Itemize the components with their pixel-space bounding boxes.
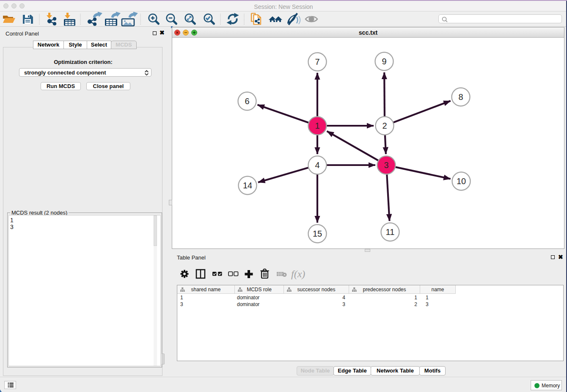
svg-text:10: 10 xyxy=(457,177,466,186)
svg-text:f(x): f(x) xyxy=(291,268,305,279)
svg-text:4: 4 xyxy=(315,160,319,170)
svg-text:15: 15 xyxy=(313,229,322,238)
svg-text:8: 8 xyxy=(458,92,463,102)
svg-text:9: 9 xyxy=(382,57,386,66)
svg-text:7: 7 xyxy=(315,57,319,66)
svg-text:3: 3 xyxy=(384,160,388,170)
svg-text:14: 14 xyxy=(243,181,252,190)
svg-text:2: 2 xyxy=(382,121,387,130)
svg-text:1: 1 xyxy=(315,121,319,130)
svg-text:6: 6 xyxy=(245,97,249,106)
svg-text:11: 11 xyxy=(386,227,395,237)
